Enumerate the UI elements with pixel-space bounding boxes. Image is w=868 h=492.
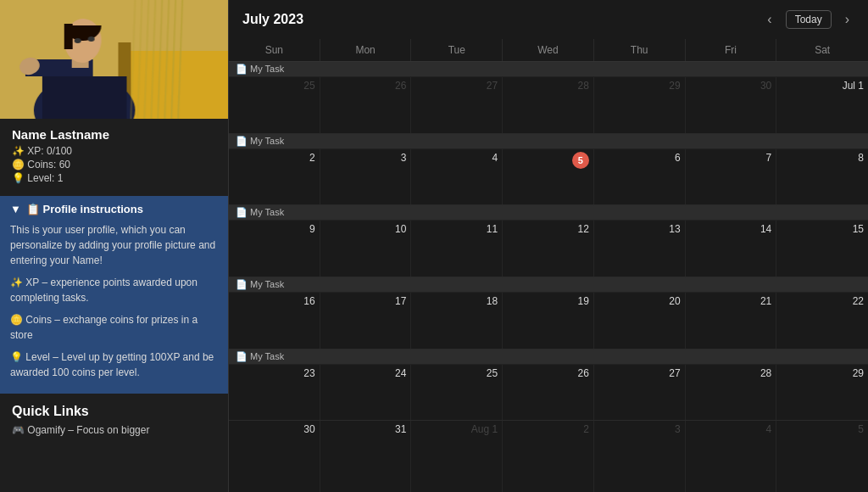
cal-cell[interactable]: 23 (229, 365, 320, 421)
calendar-grid: SunMonTueWedThuFriSat 📄 My Task252627282… (229, 39, 868, 492)
cal-cell[interactable]: 29 (594, 77, 686, 133)
task-row[interactable]: 📄 My Task (229, 134, 868, 149)
cal-cell[interactable]: 14 (686, 221, 777, 277)
prev-month-button[interactable]: ‹ (762, 10, 776, 29)
cal-cell[interactable]: 28 (686, 365, 777, 421)
task-row[interactable]: 📄 My Task (229, 349, 868, 365)
other-month-date: 26 (325, 80, 407, 92)
profile-image (0, 0, 228, 119)
cal-cell[interactable]: 4 (411, 149, 503, 205)
cal-cell[interactable]: 3 (594, 421, 686, 492)
cal-cell[interactable]: Aug 1 (411, 421, 503, 492)
current-month-date: 23 (233, 367, 315, 379)
cal-cell[interactable]: 5 (776, 421, 868, 492)
current-month-date: 16 (233, 295, 315, 307)
profile-info: Name Lastname ✨ XP: 0/100 🪙 Coins: 60 💡 … (0, 119, 228, 193)
cal-cell[interactable]: 7 (686, 149, 777, 205)
week-row: 📄 My Task9101112131415 (229, 205, 868, 277)
instructions-toggle: ▼ (10, 203, 21, 215)
cal-cell[interactable]: 3 (320, 149, 412, 205)
next-month-button[interactable]: › (840, 10, 854, 29)
instructions-body: This is your user profile, which you can… (10, 222, 218, 380)
current-month-date: 12 (507, 223, 589, 235)
other-month-date: Aug 1 (415, 423, 498, 435)
sidebar: Name Lastname ✨ XP: 0/100 🪙 Coins: 60 💡 … (0, 0, 229, 492)
cal-cell[interactable]: 27 (411, 77, 503, 133)
cal-cell[interactable]: 2 (503, 421, 594, 492)
calendar-title: July 2023 (242, 12, 754, 27)
week-dates-row: 2345678 (229, 149, 868, 205)
cal-cell[interactable]: 29 (776, 365, 868, 421)
calendar-weeks: 📄 My Task252627282930Jul 1📄 My Task23456… (229, 62, 868, 492)
current-month-date: 18 (415, 295, 498, 307)
main-content: July 2023 ‹ Today › SunMonTueWedThuFriSa… (229, 0, 868, 492)
cal-cell[interactable]: 30 (686, 77, 777, 133)
week-row: 📄 My Task23242526272829 (229, 349, 868, 422)
cal-cell[interactable]: 4 (686, 421, 777, 492)
other-month-date: 3 (598, 423, 681, 435)
quick-links: Quick Links 🎮 Ogamify – Focus on bigger (0, 394, 228, 443)
cal-cell[interactable]: 10 (320, 221, 412, 277)
current-month-date: 6 (598, 152, 681, 164)
quick-link-ogamify[interactable]: 🎮 Ogamify – Focus on bigger (12, 424, 216, 436)
cal-cell[interactable]: 25 (411, 365, 503, 421)
current-month-date: 30 (233, 423, 315, 435)
day-name-wed: Wed (503, 39, 594, 61)
cal-cell[interactable]: 5 (503, 149, 594, 205)
day-name-sat: Sat (776, 39, 868, 61)
current-month-date: 14 (690, 223, 772, 235)
current-month-date: 9 (233, 223, 315, 235)
other-month-date: 30 (690, 80, 772, 92)
week-dates-row: 16171819202122 (229, 293, 868, 349)
cal-cell[interactable]: 12 (503, 221, 594, 277)
cal-cell[interactable]: 9 (229, 221, 320, 277)
cal-cell[interactable]: 15 (776, 221, 868, 277)
cal-cell[interactable]: 30 (229, 421, 320, 492)
week-row: 📄 My Task2345678 (229, 134, 868, 206)
cal-cell[interactable]: 16 (229, 293, 320, 349)
week-dates-row: 3031Aug 12345 (229, 421, 868, 492)
day-name-tue: Tue (411, 39, 503, 61)
today-button[interactable]: Today (786, 10, 832, 29)
cal-cell[interactable]: 11 (411, 221, 503, 277)
cal-cell[interactable]: 31 (320, 421, 412, 492)
cal-cell[interactable]: 8 (776, 149, 868, 205)
cal-cell[interactable]: 17 (320, 293, 412, 349)
cal-cell[interactable]: 22 (776, 293, 868, 349)
cal-cell[interactable]: 2 (229, 149, 320, 205)
cal-cell[interactable]: 24 (320, 365, 412, 421)
current-month-date: 26 (507, 367, 589, 379)
current-month-date: 2 (233, 152, 315, 164)
cal-cell[interactable]: 28 (503, 77, 594, 133)
current-month-date: 19 (507, 295, 589, 307)
day-name-sun: Sun (229, 39, 320, 61)
task-row[interactable]: 📄 My Task (229, 277, 868, 293)
other-month-date: 2 (507, 423, 589, 435)
profile-xp: ✨ XP: 0/100 (12, 145, 216, 157)
week-dates-row: 23242526272829 (229, 365, 868, 421)
day-name-fri: Fri (686, 39, 777, 61)
cal-cell[interactable]: 20 (594, 293, 686, 349)
current-month-date: 22 (781, 295, 864, 307)
task-row[interactable]: 📄 My Task (229, 62, 868, 77)
cal-cell[interactable]: 13 (594, 221, 686, 277)
quick-links-title: Quick Links (12, 404, 216, 419)
current-month-date: 20 (598, 295, 681, 307)
day-name-thu: Thu (594, 39, 686, 61)
cal-cell[interactable]: 26 (503, 365, 594, 421)
instructions-header[interactable]: ▼ 📋 Profile instructions (10, 203, 218, 215)
profile-name: Name Lastname (12, 127, 216, 142)
cal-cell[interactable]: 19 (503, 293, 594, 349)
cal-cell[interactable]: 27 (594, 365, 686, 421)
today-date: 5 (572, 152, 589, 169)
cal-cell[interactable]: Jul 1 (776, 77, 868, 133)
cal-cell[interactable]: 6 (594, 149, 686, 205)
task-row[interactable]: 📄 My Task (229, 205, 868, 221)
cal-cell[interactable]: 25 (229, 77, 320, 133)
week-dates-row: 252627282930Jul 1 (229, 77, 868, 133)
cal-cell[interactable]: 18 (411, 293, 503, 349)
cal-cell[interactable]: 21 (686, 293, 777, 349)
cal-cell[interactable]: 26 (320, 77, 412, 133)
week-row: 📄 My Task252627282930Jul 1 (229, 62, 868, 134)
week-row: 📄 My Task16171819202122 (229, 277, 868, 349)
